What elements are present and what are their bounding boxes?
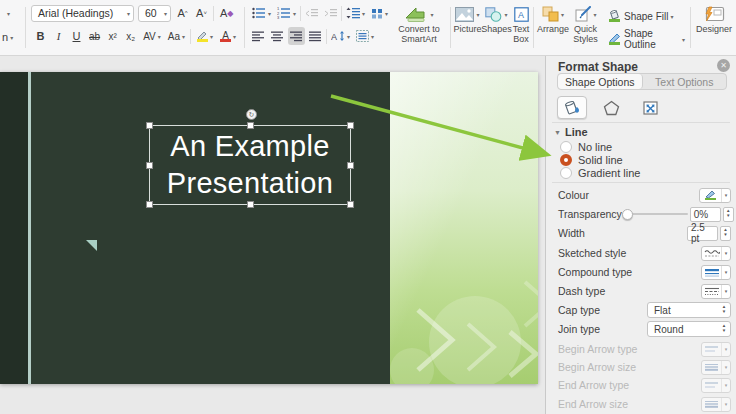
fill-line-tab-button[interactable] bbox=[557, 96, 587, 119]
resize-handle-ne[interactable] bbox=[347, 122, 354, 129]
resize-handle-e[interactable] bbox=[347, 162, 354, 169]
increase-indent-button[interactable] bbox=[322, 4, 339, 22]
radio-circle-icon bbox=[560, 167, 572, 179]
slide-triangle-decoration bbox=[86, 240, 97, 251]
colour-picker-button[interactable]: ▾ bbox=[699, 188, 731, 203]
italic-button[interactable]: I bbox=[51, 27, 66, 45]
join-type-label: Join type bbox=[558, 323, 600, 335]
shape-fill-button[interactable]: Shape Fill▾ bbox=[606, 7, 687, 25]
justify-button[interactable] bbox=[307, 27, 324, 45]
slide[interactable]: An Example Presentation ↻ bbox=[0, 72, 538, 384]
font-name-value: Arial (Headings) bbox=[38, 7, 113, 19]
decrease-indent-button[interactable] bbox=[303, 4, 320, 22]
close-icon[interactable]: ✕ bbox=[717, 59, 730, 72]
tab-text-options[interactable]: Text Options bbox=[643, 74, 727, 89]
slider-thumb[interactable] bbox=[622, 209, 633, 220]
sketched-style-dropdown[interactable]: ▾ bbox=[701, 246, 731, 261]
effects-tab-button[interactable] bbox=[596, 96, 626, 119]
shapes-button[interactable]: ▾ Shapes bbox=[483, 0, 510, 55]
picture-label: Picture bbox=[454, 24, 482, 34]
transparency-input[interactable]: 0% bbox=[690, 207, 721, 222]
join-type-select[interactable]: Round ▲▼ bbox=[647, 321, 731, 337]
title-text-box[interactable]: An Example Presentation ↻ bbox=[149, 125, 351, 205]
grow-font-button[interactable]: A^ bbox=[175, 4, 190, 22]
colour-row: Colour ▾ bbox=[558, 187, 731, 203]
bullets-button[interactable]: ▾ bbox=[250, 4, 273, 22]
change-case-button[interactable]: Aa▾ bbox=[166, 27, 187, 45]
clipped-ribbon-buttons: ▾ n▾ bbox=[0, 0, 24, 55]
text-direction-button[interactable]: A▾ bbox=[329, 27, 352, 45]
subscript-button[interactable]: x₂ bbox=[123, 27, 138, 45]
end-arrow-size-label: End Arrow size bbox=[558, 398, 628, 410]
slide-title-text[interactable]: An Example Presentation bbox=[150, 126, 350, 204]
line-spacing-icon bbox=[346, 7, 360, 19]
resize-handle-w[interactable] bbox=[146, 162, 153, 169]
width-stepper[interactable]: ▲▼ bbox=[720, 226, 731, 241]
radio-no-line[interactable]: No line bbox=[560, 140, 612, 153]
align-right-button[interactable] bbox=[288, 27, 305, 45]
width-input[interactable]: 2.5 pt bbox=[687, 226, 718, 241]
begin-arrow-size-dropdown[interactable]: ▾ bbox=[701, 360, 731, 375]
align-left-button[interactable] bbox=[250, 27, 267, 45]
begin-arrow-type-dropdown[interactable]: ▾ bbox=[701, 342, 731, 357]
bold-button[interactable]: B bbox=[33, 27, 48, 45]
text-box-button[interactable]: A Text Box bbox=[512, 0, 530, 55]
columns-button[interactable]: ▾ bbox=[369, 4, 390, 22]
line-spacing-button[interactable]: ▾ bbox=[344, 4, 367, 22]
shrink-font-button[interactable]: A˅ bbox=[194, 4, 209, 22]
end-arrow-type-label: End Arrow type bbox=[558, 379, 629, 391]
picture-button[interactable]: ▾ Picture bbox=[454, 0, 481, 55]
numbering-button[interactable]: 123▾ bbox=[275, 4, 298, 22]
transparency-slider[interactable] bbox=[622, 209, 688, 220]
radio-gradient-line[interactable]: Gradient line bbox=[560, 166, 640, 179]
resize-handle-sw[interactable] bbox=[146, 201, 153, 208]
text-highlight-button[interactable]: ▾ bbox=[194, 27, 215, 45]
slide-green-panel bbox=[390, 72, 538, 384]
font-color-button[interactable]: A ▾ bbox=[218, 27, 238, 45]
transparency-stepper[interactable]: ▲▼ bbox=[723, 207, 734, 222]
strikethrough-button[interactable]: ab bbox=[87, 27, 102, 45]
transparency-row: Transparency 0% ▲▼ bbox=[558, 206, 731, 222]
smartart-icon bbox=[404, 6, 428, 23]
quick-styles-button[interactable]: ▾ Quick Styles bbox=[569, 0, 602, 55]
resize-handle-n[interactable] bbox=[247, 122, 254, 129]
align-text-button[interactable]: ▾ bbox=[354, 27, 376, 45]
resize-handle-s[interactable] bbox=[247, 201, 254, 208]
align-center-button[interactable] bbox=[269, 27, 286, 45]
designer-button[interactable]: Designer bbox=[694, 0, 734, 55]
shape-tools-group: ▾ Arrange ▾ Quick Styles Shape Fill▾ bbox=[537, 0, 687, 55]
join-type-value: Round bbox=[648, 324, 718, 335]
rotation-handle[interactable]: ↻ bbox=[246, 109, 257, 120]
convert-smartart-button[interactable]: ▾ Convert to SmartArt bbox=[390, 0, 448, 55]
superscript-button[interactable]: x² bbox=[105, 27, 120, 45]
shape-outline-button[interactable]: Shape Outline▾ bbox=[606, 30, 687, 48]
character-spacing-button[interactable]: AV▾ bbox=[141, 27, 163, 45]
cap-type-select[interactable]: Flat ▲▼ bbox=[647, 302, 731, 318]
end-arrow-type-dropdown[interactable]: ▾ bbox=[701, 378, 731, 393]
dash-type-dropdown[interactable]: ▾ bbox=[701, 284, 731, 299]
line-section-header[interactable]: ▼ Line bbox=[554, 126, 588, 138]
align-text-icon bbox=[356, 30, 369, 42]
compound-type-dropdown[interactable]: ▾ bbox=[701, 265, 731, 280]
arrange-icon bbox=[542, 6, 559, 22]
underline-button[interactable]: U bbox=[69, 27, 84, 45]
radio-solid-line[interactable]: Solid line bbox=[560, 153, 623, 166]
radio-no-line-label: No line bbox=[578, 141, 612, 153]
resize-handle-nw[interactable] bbox=[146, 122, 153, 129]
decrease-indent-icon bbox=[305, 8, 318, 19]
arrange-button[interactable]: ▾ Arrange bbox=[537, 0, 569, 55]
font-size-select[interactable]: 60▾ bbox=[138, 5, 171, 22]
slide-canvas[interactable]: An Example Presentation ↻ bbox=[0, 56, 545, 414]
end-arrow-size-dropdown[interactable]: ▾ bbox=[701, 397, 731, 412]
resize-handle-se[interactable] bbox=[347, 201, 354, 208]
size-properties-tab-button[interactable] bbox=[635, 96, 665, 119]
tab-shape-options[interactable]: Shape Options bbox=[558, 74, 643, 89]
clipped-button-top[interactable]: ▾ bbox=[0, 4, 15, 22]
clear-formatting-button[interactable]: A◆ bbox=[218, 4, 236, 22]
paint-bucket-icon bbox=[563, 100, 582, 116]
panel-icon-tabs bbox=[557, 96, 665, 119]
text-box-icon: A bbox=[514, 7, 529, 22]
slide-left-band bbox=[0, 72, 28, 384]
font-name-select[interactable]: Arial (Headings)▾ bbox=[31, 5, 134, 22]
clipped-button-bottom[interactable]: n▾ bbox=[0, 28, 15, 46]
